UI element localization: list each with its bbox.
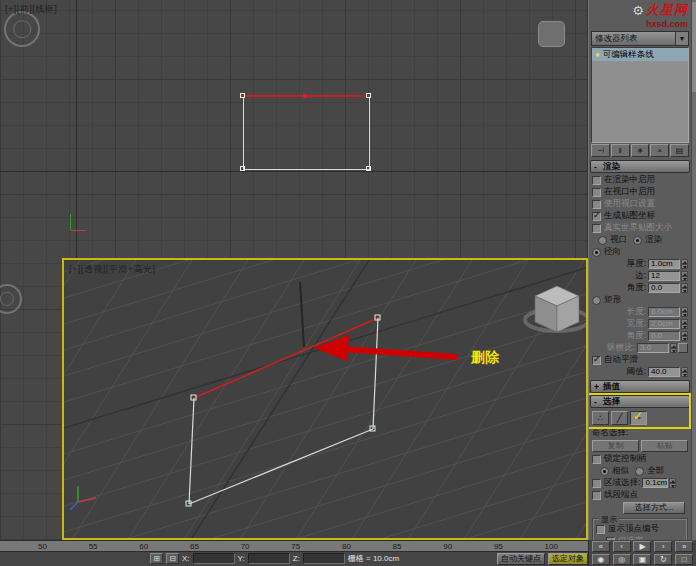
orbit-icon[interactable]: ↻: [654, 554, 672, 565]
previous-frame-icon[interactable]: ‹: [613, 541, 631, 552]
auto-key-button[interactable]: 自动关键点: [497, 553, 545, 565]
spinner-buttons[interactable]: [681, 271, 688, 281]
spinner-buttons: [670, 343, 677, 353]
panel-scrollbar[interactable]: [691, 0, 696, 540]
radial-radio-row[interactable]: 径向: [589, 246, 691, 258]
selected-vertex[interactable]: [303, 94, 307, 98]
rectangular-radio-row[interactable]: 矩形: [589, 294, 691, 306]
transform-type-in-icon[interactable]: ⊞: [150, 553, 163, 564]
grid-toggle-icon[interactable]: ⊟: [166, 553, 179, 564]
segment-mode-icon[interactable]: ╱: [611, 411, 628, 425]
configure-sets-icon[interactable]: ▤: [670, 144, 689, 157]
front-viewport-label[interactable]: [+][前][线框]: [5, 3, 57, 16]
y-coordinate-field[interactable]: [248, 553, 290, 564]
spinner-buttons[interactable]: [681, 367, 688, 377]
threshold-field[interactable]: 40.0: [648, 367, 680, 377]
zoom-all-icon[interactable]: ◎: [613, 554, 631, 565]
perspective-viewport[interactable]: [+][透视][平滑+高光]: [62, 258, 588, 540]
lock-handles-checkbox[interactable]: [592, 455, 601, 464]
z-coordinate-field[interactable]: [303, 553, 345, 564]
viewport-radio[interactable]: [598, 236, 607, 245]
sides-field[interactable]: 12: [648, 271, 680, 281]
remove-modifier-icon[interactable]: ×: [650, 144, 669, 157]
track-bar[interactable]: 50 55 60 65 70 75 80 85 90 95 100: [0, 540, 588, 552]
area-selection-row[interactable]: 区域选择: 0.1cm: [589, 477, 691, 489]
spline-vertex[interactable]: [366, 93, 371, 98]
spline-shape-3d[interactable]: [186, 315, 380, 506]
perspective-canvas[interactable]: 删除: [64, 260, 586, 538]
panel-scrollbar-thumb[interactable]: [692, 2, 696, 92]
aspect-lock-button[interactable]: [678, 343, 688, 353]
alike-all-radio-row[interactable]: 相似 全部: [597, 465, 691, 477]
rollout-interpolation-header[interactable]: + 插值: [590, 380, 690, 393]
next-frame-icon[interactable]: ›: [654, 541, 672, 552]
x-coordinate-label: X:: [182, 554, 190, 563]
spinner-buttons[interactable]: [681, 259, 688, 269]
go-to-start-icon[interactable]: «: [592, 541, 610, 552]
generate-mapping-coords-checkbox[interactable]: [592, 212, 601, 221]
play-icon[interactable]: ▶: [633, 541, 651, 552]
radial-radio[interactable]: [592, 248, 601, 257]
area-selection-checkbox[interactable]: [592, 479, 601, 488]
length-row: 长度: 6.0cm: [589, 306, 691, 318]
rollout-rendering-header[interactable]: - 渲染: [590, 160, 690, 173]
angle-field[interactable]: 0.0: [648, 283, 680, 293]
enable-in-viewport-row[interactable]: 在视口中启用: [589, 186, 691, 198]
angle-row: 角度: 0.0: [589, 282, 691, 294]
viewcube[interactable]: [525, 286, 586, 332]
lock-handles-row[interactable]: 锁定控制柄: [589, 453, 691, 465]
spline-vertex[interactable]: [240, 93, 245, 98]
perspective-axis-tripod: [70, 486, 96, 510]
ghost-sphere: [0, 284, 22, 314]
modifier-stack[interactable]: ● 可编辑样条线: [591, 47, 689, 143]
bulb-icon[interactable]: ●: [595, 50, 600, 59]
make-unique-icon[interactable]: ∗: [631, 144, 650, 157]
zoom-extents-icon[interactable]: ▣: [633, 554, 651, 565]
pin-stack-icon[interactable]: ⊣: [591, 144, 610, 157]
chevron-down-icon[interactable]: ▼: [675, 32, 688, 45]
trackbar-tick: 100: [545, 542, 558, 551]
modifier-list-dropdown[interactable]: 修改器列表 ▼: [591, 31, 689, 46]
perspective-viewport-label[interactable]: [+][透视][平滑+高光]: [69, 263, 156, 276]
rectangular-radio[interactable]: [592, 296, 601, 305]
thickness-field[interactable]: 1.0cm: [648, 259, 680, 269]
show-vertex-numbers-checkbox[interactable]: [596, 525, 605, 534]
spline-vertex[interactable]: [240, 166, 245, 171]
vertex-mode-icon[interactable]: ∴: [592, 411, 609, 425]
spline-vertex[interactable]: [366, 166, 371, 171]
paste-button[interactable]: 粘贴: [641, 440, 688, 452]
auto-smooth-row[interactable]: 自动平滑: [589, 354, 691, 366]
enable-in-renderer-row[interactable]: 在渲染中启用: [589, 174, 691, 186]
show-end-result-icon[interactable]: ‖: [611, 144, 630, 157]
area-selection-field[interactable]: 0.1cm: [642, 478, 668, 488]
spinner-buttons[interactable]: [669, 478, 676, 488]
segment-end-checkbox[interactable]: [592, 491, 601, 500]
spinner-buttons[interactable]: [681, 283, 688, 293]
generate-mapping-coords-row[interactable]: 生成贴图坐标: [589, 210, 691, 222]
enable-in-renderer-checkbox[interactable]: [592, 176, 601, 185]
enable-in-viewport-checkbox[interactable]: [592, 188, 601, 197]
spinner-label: 角度:: [592, 330, 646, 342]
viewport-renderer-radio-row[interactable]: 视口 渲染: [595, 234, 691, 246]
x-coordinate-field[interactable]: [193, 553, 235, 564]
display-group-title: 显示: [599, 514, 619, 525]
go-to-end-icon[interactable]: »: [675, 541, 693, 552]
segment-end-row[interactable]: 线段端点: [589, 489, 691, 501]
rectangle-spline[interactable]: [243, 96, 370, 170]
alike-radio[interactable]: [600, 467, 609, 476]
stack-item-editable-spline[interactable]: ● 可编辑样条线: [592, 48, 688, 61]
threshold-row: 阈值: 40.0: [589, 366, 691, 378]
select-by-button[interactable]: 选择方式...: [623, 502, 685, 514]
copy-button[interactable]: 复制: [592, 440, 639, 452]
maximize-viewport-icon[interactable]: □: [675, 554, 693, 565]
auto-smooth-checkbox[interactable]: [592, 356, 601, 365]
zoom-icon[interactable]: ◉: [592, 554, 610, 565]
all-radio[interactable]: [635, 467, 644, 476]
renderer-radio[interactable]: [633, 236, 642, 245]
watermark-site-name: 火星网: [646, 1, 688, 19]
selection-filter-button[interactable]: 选定对象: [548, 553, 588, 565]
length-field: 6.0cm: [648, 307, 680, 317]
rollout-selection-header[interactable]: - 选择: [590, 395, 690, 408]
radio-label: 视口: [610, 234, 627, 246]
delete-annotation: 删除: [314, 335, 500, 365]
